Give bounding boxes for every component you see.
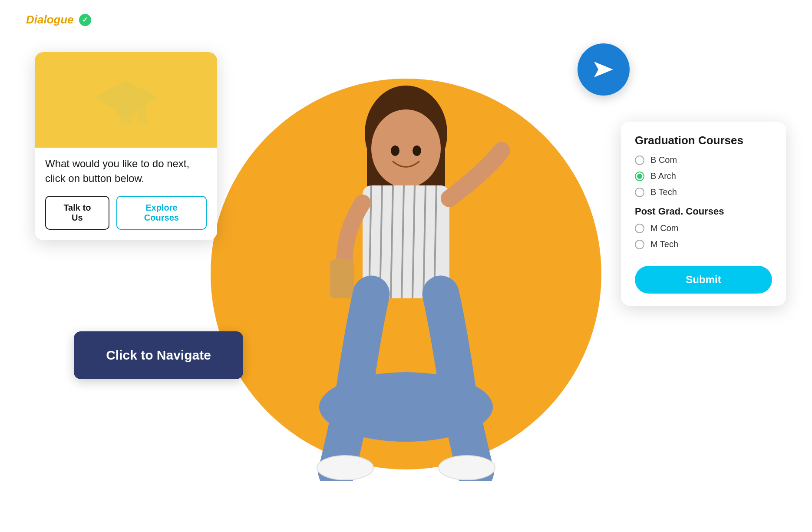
- radio-barch[interactable]: B Arch: [635, 171, 772, 181]
- radio-mtech[interactable]: M Tech: [635, 239, 772, 249]
- svg-rect-22: [115, 102, 137, 116]
- svg-rect-15: [330, 259, 354, 298]
- card-image-area: [35, 52, 217, 148]
- grad-courses-title: Graduation Courses: [635, 134, 772, 147]
- radio-bcom[interactable]: B Com: [635, 155, 772, 165]
- svg-point-17: [317, 456, 373, 480]
- radio-mcom-label: M Com: [650, 223, 678, 233]
- radio-bcom-circle[interactable]: [635, 155, 644, 165]
- radio-mcom[interactable]: M Com: [635, 223, 772, 233]
- navigate-button[interactable]: Click to Navigate: [74, 331, 243, 379]
- svg-point-6: [413, 145, 421, 156]
- card-text-area: What would you like to do next, click on…: [35, 148, 217, 240]
- scene: Dialogue What would you like to do next,…: [0, 0, 812, 532]
- talk-to-us-button[interactable]: Talk to Us: [45, 196, 109, 230]
- branding: Dialogue: [26, 13, 91, 26]
- radio-bcom-label: B Com: [650, 155, 677, 165]
- postgrad-courses-title: Post Grad. Courses: [635, 206, 772, 217]
- radio-mtech-circle[interactable]: [635, 240, 644, 249]
- svg-point-18: [439, 456, 495, 480]
- verified-badge-icon: [79, 14, 91, 26]
- send-arrow-icon: [591, 56, 617, 83]
- right-card: Graduation Courses B Com B Arch B Tech P…: [621, 122, 786, 306]
- card-buttons: Talk to Us Explore Courses: [45, 196, 207, 230]
- svg-point-5: [391, 145, 399, 156]
- person-container: [254, 68, 558, 481]
- graduation-cap-icon: [93, 72, 158, 128]
- card-prompt: What would you like to do next, click on…: [45, 156, 207, 185]
- svg-point-21: [136, 116, 149, 125]
- submit-button[interactable]: Submit: [635, 266, 772, 294]
- navigate-label: Click to Navigate: [106, 348, 211, 363]
- send-button[interactable]: [578, 43, 630, 96]
- person-illustration: [258, 81, 554, 481]
- radio-barch-circle[interactable]: [635, 172, 644, 181]
- svg-rect-23: [119, 116, 132, 124]
- radio-mtech-label: M Tech: [650, 239, 678, 249]
- brand-name: Dialogue: [26, 13, 74, 26]
- svg-point-16: [319, 372, 493, 442]
- explore-courses-button[interactable]: Explore Courses: [116, 196, 207, 230]
- svg-point-4: [371, 109, 441, 188]
- svg-marker-24: [594, 62, 613, 77]
- left-card: What would you like to do next, click on…: [35, 52, 217, 240]
- radio-btech[interactable]: B Tech: [635, 187, 772, 197]
- radio-barch-label: B Arch: [650, 171, 676, 181]
- radio-btech-circle[interactable]: [635, 188, 644, 197]
- radio-mcom-circle[interactable]: [635, 224, 644, 233]
- radio-btech-label: B Tech: [650, 187, 677, 197]
